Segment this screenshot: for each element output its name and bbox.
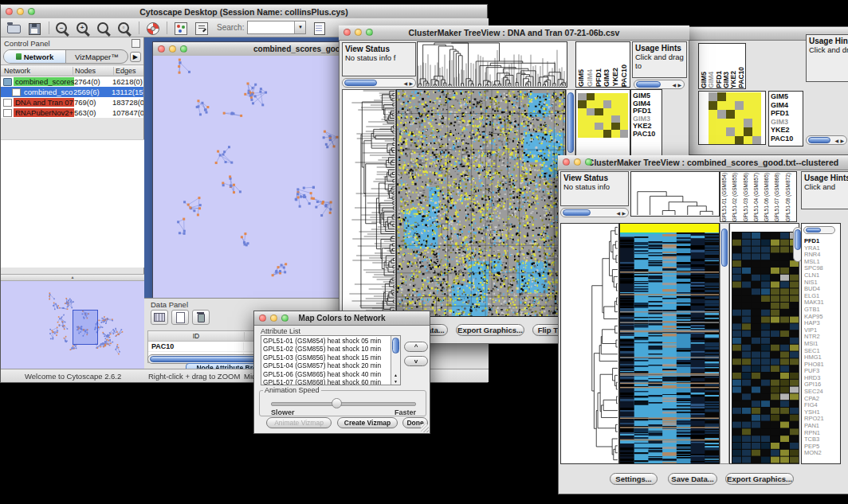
attribute-listbox[interactable]: GPL51-01 (GSM854) heat shock 05 minGPL51… bbox=[261, 335, 401, 385]
attribute-list-item[interactable]: GPL51-07 (GSM868) heat shock 60 min bbox=[263, 378, 390, 385]
minimize-button[interactable] bbox=[574, 158, 581, 166]
matrix-cell[interactable] bbox=[595, 115, 603, 123]
move-up-button[interactable]: ^ bbox=[404, 342, 428, 352]
close-button[interactable] bbox=[259, 315, 266, 322]
matrix-cell[interactable] bbox=[587, 115, 595, 123]
matrix-cell[interactable] bbox=[611, 130, 620, 137]
treeview-back-zoom-matrix[interactable] bbox=[709, 92, 761, 145]
matrix-cell[interactable] bbox=[744, 136, 752, 145]
matrix-cell[interactable] bbox=[726, 127, 735, 136]
matrix-cell[interactable] bbox=[735, 127, 744, 136]
matrix-cell[interactable] bbox=[717, 136, 726, 145]
close-button[interactable] bbox=[158, 45, 165, 53]
matrix-cell[interactable] bbox=[744, 110, 752, 119]
treeview1-status-hscroll[interactable]: ◀▶ bbox=[342, 78, 416, 88]
matrix-cell[interactable] bbox=[752, 101, 761, 110]
matrix-cell[interactable] bbox=[595, 108, 603, 115]
treeview-back-hscroll[interactable]: ◀▶ bbox=[806, 135, 847, 145]
matrix-cell[interactable] bbox=[603, 93, 612, 100]
tab-vizmapper[interactable]: VizMapper™ bbox=[66, 50, 128, 63]
matrix-cell[interactable] bbox=[752, 92, 761, 101]
attribute-list-item[interactable]: GPL51-04 (GSM857) heat shock 20 min bbox=[263, 361, 390, 369]
search-combobox[interactable]: ▼ bbox=[247, 21, 306, 34]
matrix-cell[interactable] bbox=[752, 110, 761, 119]
network-row[interactable]: DNA and Tran 07769(0)183728(0) bbox=[1, 97, 143, 107]
treeview2-titlebar[interactable]: ClusterMaker TreeView : combined_scores_… bbox=[558, 155, 848, 170]
matrix-cell[interactable] bbox=[620, 93, 629, 100]
matrix-cell[interactable] bbox=[603, 123, 612, 130]
matrix-cell[interactable] bbox=[717, 119, 726, 127]
matrix-cell[interactable] bbox=[726, 92, 735, 101]
matrix-cell[interactable] bbox=[752, 127, 761, 136]
matrix-cell[interactable] bbox=[735, 119, 744, 127]
matrix-cell[interactable] bbox=[611, 123, 620, 130]
matrix-cell[interactable] bbox=[717, 92, 726, 101]
matrix-cell[interactable] bbox=[709, 119, 717, 127]
matrix-cell[interactable] bbox=[709, 101, 717, 110]
zoom-button[interactable] bbox=[180, 45, 187, 53]
matrix-cell[interactable] bbox=[717, 110, 726, 119]
create-vizmap-button[interactable]: Create Vizmap bbox=[337, 417, 398, 428]
birdseye-view[interactable] bbox=[1, 281, 144, 370]
window-controls[interactable] bbox=[6, 8, 35, 15]
matrix-cell[interactable] bbox=[595, 93, 603, 100]
matrix-cell[interactable] bbox=[735, 136, 744, 145]
zoom-button[interactable] bbox=[366, 29, 373, 36]
zoom-button[interactable] bbox=[28, 8, 35, 15]
matrix-cell[interactable] bbox=[717, 101, 726, 110]
main-titlebar[interactable]: Cytoscape Desktop (Session Name: collins… bbox=[1, 5, 487, 19]
minimize-button[interactable] bbox=[270, 315, 277, 322]
network-row[interactable]: combined_scores2764(0)16218(0) bbox=[1, 76, 143, 87]
annotation-icon[interactable] bbox=[193, 21, 210, 35]
attribute-list-item[interactable]: GPL51-03 (GSM856) heat shock 15 min bbox=[263, 354, 390, 361]
matrix-cell[interactable] bbox=[726, 101, 735, 110]
export-graphics-button[interactable]: Export Graphics... bbox=[456, 324, 524, 336]
matrix-cell[interactable] bbox=[603, 100, 612, 107]
matrix-cell[interactable] bbox=[744, 119, 752, 127]
matrix-cell[interactable] bbox=[717, 127, 726, 136]
matrix-cell[interactable] bbox=[726, 119, 735, 127]
matrix-cell[interactable] bbox=[709, 136, 717, 145]
treeview1-heatmap[interactable] bbox=[397, 90, 565, 316]
matrix-cell[interactable] bbox=[744, 127, 752, 136]
matrix-cell[interactable] bbox=[620, 115, 629, 123]
matrix-cell[interactable] bbox=[752, 136, 761, 145]
network-row[interactable]: RNAPuberNov2+563(0)107847(0) bbox=[1, 107, 143, 118]
close-button[interactable] bbox=[6, 8, 13, 15]
matrix-cell[interactable] bbox=[611, 93, 620, 100]
matrix-cell[interactable] bbox=[587, 130, 595, 137]
zoom-selected-icon[interactable]: ▫ bbox=[116, 21, 134, 35]
dialog-titlebar[interactable]: Map Colors to Network bbox=[254, 311, 430, 326]
treeview1-titlebar[interactable]: ClusterMaker TreeView : DNA and Tran 07-… bbox=[339, 25, 689, 41]
vizmap-icon[interactable] bbox=[172, 21, 190, 35]
matrix-cell[interactable] bbox=[744, 92, 752, 101]
matrix-cell[interactable] bbox=[603, 130, 612, 137]
birdseye-viewport-rect[interactable] bbox=[73, 310, 98, 345]
matrix-cell[interactable] bbox=[603, 108, 612, 115]
matrix-cell[interactable] bbox=[726, 136, 735, 145]
matrix-cell[interactable] bbox=[752, 119, 761, 127]
matrix-cell[interactable] bbox=[620, 100, 629, 107]
treeview2-gene-hscroll[interactable] bbox=[803, 226, 835, 234]
attribute-list-item[interactable]: GPL51-01 (GSM854) heat shock 05 min bbox=[263, 337, 390, 345]
treeview2-heatmap[interactable] bbox=[620, 224, 719, 463]
tab-network[interactable]: Network bbox=[4, 50, 66, 63]
minimize-button[interactable] bbox=[169, 45, 176, 53]
matrix-cell[interactable] bbox=[587, 108, 595, 115]
matrix-cell[interactable] bbox=[735, 92, 744, 101]
zoom-in-icon[interactable]: + bbox=[75, 21, 92, 35]
treeview2-column-dendrogram[interactable] bbox=[631, 172, 719, 216]
animate-vizmap-button[interactable]: Animate Vizmap bbox=[266, 417, 332, 428]
matrix-cell[interactable] bbox=[735, 110, 744, 119]
matrix-cell[interactable] bbox=[578, 115, 587, 123]
matrix-cell[interactable] bbox=[587, 100, 595, 107]
float-panel-icon[interactable] bbox=[132, 39, 140, 48]
speed-slider-thumb[interactable] bbox=[332, 398, 342, 408]
attribute-list-item[interactable]: GPL51-02 (GSM855) heat shock 10 min bbox=[263, 345, 390, 353]
matrix-cell[interactable] bbox=[620, 108, 629, 115]
attribute-list-scrollbar[interactable]: ▲ ▼ bbox=[391, 336, 400, 385]
attribute-browser-icon[interactable] bbox=[311, 21, 328, 35]
treeview1-zoom-hscroll[interactable]: ◀▶ bbox=[634, 80, 685, 89]
matrix-cell[interactable] bbox=[620, 123, 629, 130]
settings-button[interactable]: Settings... bbox=[610, 473, 658, 485]
